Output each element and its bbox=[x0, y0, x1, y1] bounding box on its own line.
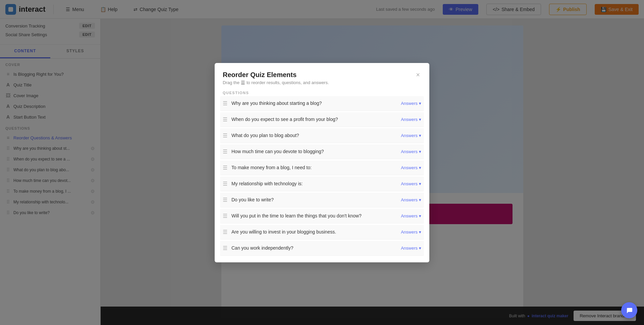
modal-header-content: Reorder Quiz Elements Drag the ☰ to reor… bbox=[223, 71, 329, 85]
modal-question-item[interactable]: ☰ How much time can you devote to bloggi… bbox=[220, 144, 424, 159]
chat-icon bbox=[626, 307, 633, 314]
answers-button[interactable]: Answers ▾ bbox=[401, 165, 421, 170]
chevron-down-icon: ▾ bbox=[419, 101, 421, 106]
modal-subtitle: Drag the ☰ to reorder results, questions… bbox=[223, 80, 329, 85]
modal-drag-handle: ☰ bbox=[223, 116, 227, 123]
chevron-down-icon: ▾ bbox=[419, 165, 421, 170]
chat-bubble[interactable] bbox=[621, 302, 637, 318]
modal-drag-handle: ☰ bbox=[223, 165, 227, 171]
modal-question-item[interactable]: ☰ When do you expect to see a profit fro… bbox=[220, 112, 424, 127]
modal-overlay[interactable]: Reorder Quiz Elements Drag the ☰ to reor… bbox=[0, 0, 644, 325]
modal-question-item[interactable]: ☰ Why are you thinking about starting a … bbox=[220, 96, 424, 111]
modal-drag-handle: ☰ bbox=[223, 213, 227, 219]
modal-close-button[interactable]: × bbox=[415, 71, 421, 79]
modal-question-item[interactable]: ☰ Will you put in the time to learn the … bbox=[220, 209, 424, 223]
answers-button[interactable]: Answers ▾ bbox=[401, 246, 421, 251]
modal-question-text: To make money from a blog, I need to: bbox=[231, 165, 397, 170]
modal-question-text: Will you put in the time to learn the th… bbox=[231, 213, 397, 218]
modal-drag-handle: ☰ bbox=[223, 148, 227, 155]
modal-question-text: My relationship with technology is: bbox=[231, 181, 397, 186]
chevron-down-icon: ▾ bbox=[419, 213, 421, 218]
modal-question-text: Can you work independently? bbox=[231, 245, 397, 251]
modal-question-text: How much time can you devote to blogging… bbox=[231, 149, 397, 154]
modal-question-item[interactable]: ☰ What do you plan to blog about? Answer… bbox=[220, 128, 424, 143]
modal-drag-handle: ☰ bbox=[223, 100, 227, 107]
drag-icon-inline: ☰ bbox=[241, 80, 245, 85]
modal-drag-handle: ☰ bbox=[223, 229, 227, 235]
modal-section-label: QUESTIONS bbox=[215, 88, 429, 96]
chevron-down-icon: ▾ bbox=[419, 149, 421, 154]
answers-button[interactable]: Answers ▾ bbox=[401, 213, 421, 218]
modal-question-item[interactable]: ☰ Can you work independently? Answers ▾ bbox=[220, 241, 424, 256]
modal-question-item[interactable]: ☰ To make money from a blog, I need to: … bbox=[220, 160, 424, 175]
chevron-down-icon: ▾ bbox=[419, 230, 421, 235]
modal-drag-handle: ☰ bbox=[223, 181, 227, 187]
reorder-modal: Reorder Quiz Elements Drag the ☰ to reor… bbox=[215, 63, 429, 262]
chevron-down-icon: ▾ bbox=[419, 133, 421, 138]
modal-header: Reorder Quiz Elements Drag the ☰ to reor… bbox=[215, 63, 429, 88]
modal-question-text: Are you willing to invest in your bloggi… bbox=[231, 229, 397, 235]
modal-drag-handle: ☰ bbox=[223, 132, 227, 139]
answers-button[interactable]: Answers ▾ bbox=[401, 101, 421, 106]
modal-drag-handle: ☰ bbox=[223, 197, 227, 203]
modal-question-text: Do you like to write? bbox=[231, 197, 397, 202]
answers-button[interactable]: Answers ▾ bbox=[401, 117, 421, 122]
answers-button[interactable]: Answers ▾ bbox=[401, 197, 421, 202]
chevron-down-icon: ▾ bbox=[419, 197, 421, 202]
answers-button[interactable]: Answers ▾ bbox=[401, 230, 421, 235]
modal-question-text: When do you expect to see a profit from … bbox=[231, 117, 397, 122]
chevron-down-icon: ▾ bbox=[419, 246, 421, 251]
modal-drag-handle: ☰ bbox=[223, 245, 227, 251]
answers-button[interactable]: Answers ▾ bbox=[401, 133, 421, 138]
modal-question-item[interactable]: ☰ Do you like to write? Answers ▾ bbox=[220, 193, 424, 207]
chevron-down-icon: ▾ bbox=[419, 181, 421, 186]
modal-question-text: Why are you thinking about starting a bl… bbox=[231, 101, 397, 106]
answers-button[interactable]: Answers ▾ bbox=[401, 181, 421, 186]
modal-question-text: What do you plan to blog about? bbox=[231, 133, 397, 138]
modal-title: Reorder Quiz Elements bbox=[223, 71, 329, 79]
modal-question-item[interactable]: ☰ Are you willing to invest in your blog… bbox=[220, 225, 424, 240]
modal-question-item[interactable]: ☰ My relationship with technology is: An… bbox=[220, 177, 424, 191]
modal-questions-list: ☰ Why are you thinking about starting a … bbox=[215, 96, 429, 262]
answers-button[interactable]: Answers ▾ bbox=[401, 149, 421, 154]
chevron-down-icon: ▾ bbox=[419, 117, 421, 122]
